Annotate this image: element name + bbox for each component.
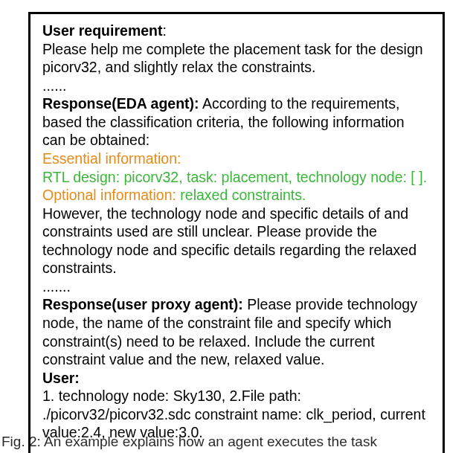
optional-information-line: Optional information: relaxed constraint…	[42, 187, 306, 203]
response-proxy-label: Response(user proxy agent):	[42, 296, 243, 312]
optional-information-label: Optional information:	[42, 187, 176, 203]
user-requirement-label: User requirement	[42, 22, 162, 39]
response-eda-line: Response(EDA agent): According to the re…	[42, 95, 405, 148]
essential-information-label: Essential information:	[42, 150, 431, 168]
figure-caption-text: An example explains how an agent execute…	[41, 434, 377, 449]
dialogue-transcript-box: User requirement: Please help me complet…	[28, 12, 445, 453]
user-label: User:	[42, 369, 431, 388]
optional-information-value: relaxed constraints.	[176, 187, 306, 203]
rtl-design-line: RTL design: picorv32, task: placement, t…	[42, 168, 431, 187]
ellipsis-2: .......	[42, 277, 431, 296]
colon: :	[162, 22, 166, 39]
response-eda-label: Response(EDA agent):	[42, 95, 199, 112]
however-text: However, the technology node and specifi…	[42, 205, 431, 277]
response-proxy-line: Response(user proxy agent): Please provi…	[42, 296, 417, 367]
ellipsis-1: ......	[42, 77, 431, 95]
figure-caption-label: Fig. 2:	[1, 434, 41, 449]
user-requirement-text: Please help me complete the placement ta…	[42, 40, 431, 77]
figure-caption: Fig. 2: An example explains how an agent…	[1, 433, 475, 451]
